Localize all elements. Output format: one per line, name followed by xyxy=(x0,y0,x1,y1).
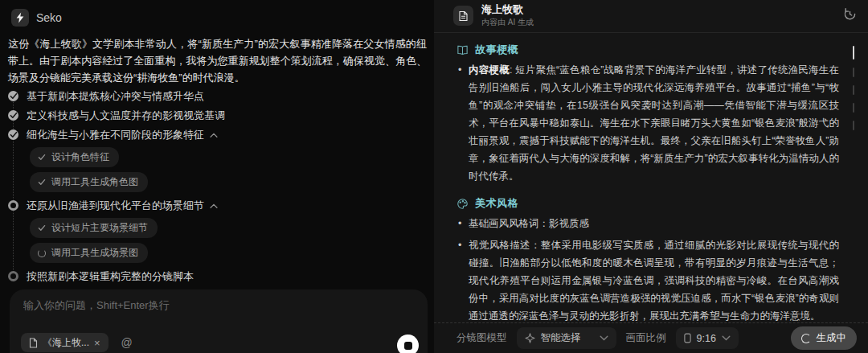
lightning-icon xyxy=(11,9,29,27)
app-window: Seko 这份《海上牧歌》文学剧本非常动人，将“新质生产力”的宏大叙事精准降落在… xyxy=(0,0,868,353)
message-input[interactable] xyxy=(23,298,414,329)
document-body: 故事梗概 内容梗概: 短片聚焦“蓝色粮仓”战略背景下的海洋产业转型，讲述了传统渔… xyxy=(457,43,839,353)
close-icon[interactable]: × xyxy=(94,337,100,349)
subtask-pill: 调用工具生成角色图 xyxy=(30,172,148,192)
document-icon xyxy=(453,6,473,26)
scroll-dash xyxy=(853,103,855,113)
check-circle-icon xyxy=(8,110,18,121)
attachment-row: 《海上牧... × @ xyxy=(21,333,133,352)
spinner-icon xyxy=(801,334,811,343)
ratio-value: 9:16 xyxy=(697,333,716,344)
mention-button[interactable]: @ xyxy=(121,336,133,349)
check-circle-icon xyxy=(8,129,18,140)
subtask-list: 设计角色特征 调用工具生成角色图 xyxy=(30,147,422,192)
task-item: 细化海生与小雅在不同阶段的形象特征 设计角色特征 调用工具生成角色图 xyxy=(8,125,422,192)
palette-icon xyxy=(457,198,469,210)
section-title: 美术风格 xyxy=(475,196,518,211)
chevron-down-icon xyxy=(722,335,731,341)
check-icon xyxy=(38,154,46,161)
brand: Seko xyxy=(11,9,62,27)
chat-input-box[interactable]: 《海上牧... × @ xyxy=(10,289,428,353)
bullet-item: 视觉风格描述：整体采用电影级写实质感，通过细腻的光影对比展现传统与现代的碰撞。旧… xyxy=(457,236,839,325)
brand-name: Seko xyxy=(36,11,62,24)
scroll-dash xyxy=(853,46,855,60)
document-header: 海上牧歌 内容由 AI 生成 xyxy=(434,0,868,33)
bullet-item: 基础画风风格词：影视质感 xyxy=(457,215,839,232)
model-select[interactable]: 智能选择 xyxy=(517,327,616,349)
history-icon[interactable] xyxy=(843,7,857,21)
progress-ring-icon xyxy=(8,200,18,211)
book-icon xyxy=(457,44,469,56)
task-row[interactable]: 定义科技感与人文温度并存的影视视觉基调 xyxy=(8,106,422,125)
task-item: 按照新剧本逻辑重构完整的分镜脚本 xyxy=(8,267,422,286)
subtask-list: 设计短片主要场景细节 调用工具生成场景图 xyxy=(30,218,422,263)
generate-label: 生成中 xyxy=(817,331,847,345)
document-panel: 海上牧歌 内容由 AI 生成 故事梗概 内容梗概: 短片聚焦“蓝色粮仓”战略背景… xyxy=(434,0,868,353)
subtask-pill: 设计角色特征 xyxy=(30,147,119,167)
task-label: 基于新剧本提炼核心冲突与情感升华点 xyxy=(27,90,204,103)
ratio-label: 画面比例 xyxy=(626,331,666,345)
subtask-pill: 调用工具生成场景图 xyxy=(30,243,148,263)
document-section: 美术风格 基础画风风格词：影视质感 视觉风格描述：整体采用电影级写实质感，通过细… xyxy=(457,196,839,325)
scroll-dash xyxy=(853,68,855,77)
aspect-ratio-select[interactable]: 9:16 xyxy=(676,327,739,349)
bullet-item: 内容梗概: 短片聚焦“蓝色粮仓”战略背景下的海洋产业转型，讲述了传统渔民海生在告… xyxy=(457,61,839,185)
assistant-message: 这份《海上牧歌》文学剧本非常动人，将“新质生产力”的宏大叙事精准降落在父女情感的… xyxy=(8,35,427,86)
attachment-label: 《海上牧... xyxy=(43,336,89,350)
chevron-up-icon[interactable] xyxy=(210,199,218,212)
scroll-indicator[interactable] xyxy=(853,46,855,130)
scroll-dash xyxy=(853,121,855,130)
model-label: 分镜图模型 xyxy=(457,331,507,345)
task-item: 还原从旧渔港到现代化平台的场景细节 设计短片主要场景细节 调用工具生成场景图 xyxy=(8,196,422,263)
task-label: 细化海生与小雅在不同阶段的形象特征 xyxy=(27,129,218,142)
section-title: 故事梗概 xyxy=(475,43,518,57)
task-item: 基于新剧本提炼核心冲突与情感升华点 xyxy=(8,87,422,106)
check-circle-icon xyxy=(8,91,18,101)
model-value: 智能选择 xyxy=(541,331,581,345)
ai-generated-note: 内容由 AI 生成 xyxy=(481,17,534,28)
task-label: 定义科技感与人文温度并存的影视视觉基调 xyxy=(27,109,225,122)
check-icon xyxy=(38,179,46,186)
scroll-dash xyxy=(853,85,855,95)
section-bullets: 基础画风风格词：影视质感 视觉风格描述：整体采用电影级写实质感，通过细腻的光影对… xyxy=(457,215,839,325)
task-row[interactable]: 还原从旧渔港到现代化平台的场景细节 xyxy=(8,196,422,215)
chevron-down-icon xyxy=(600,335,608,341)
document-title: 海上牧歌 xyxy=(481,2,523,17)
sparkle-icon xyxy=(525,333,535,343)
file-icon xyxy=(29,338,38,348)
task-row[interactable]: 细化海生与小雅在不同阶段的形象特征 xyxy=(8,125,422,145)
chat-panel: Seko 这份《海上牧歌》文学剧本非常动人，将“新质生产力”的宏大叙事精准降落在… xyxy=(0,0,434,353)
document-section: 故事梗概 内容梗概: 短片聚焦“蓝色粮仓”战略背景下的海洋产业转型，讲述了传统渔… xyxy=(457,43,839,185)
subtask-pill: 设计短片主要场景细节 xyxy=(30,218,158,238)
attachment-chip[interactable]: 《海上牧... × xyxy=(21,333,108,352)
task-item: 定义科技感与人文温度并存的影视视觉基调 xyxy=(8,106,422,125)
task-row[interactable]: 基于新剧本提炼核心冲突与情感升华点 xyxy=(8,87,422,106)
task-label: 按照新剧本逻辑重构完整的分镜脚本 xyxy=(27,270,194,283)
section-heading: 美术风格 xyxy=(457,196,839,211)
stop-button[interactable] xyxy=(397,335,419,353)
portrait-ratio-icon xyxy=(684,333,691,343)
check-icon xyxy=(38,224,46,232)
section-bullets: 内容梗概: 短片聚焦“蓝色粮仓”战略背景下的海洋产业转型，讲述了传统渔民海生在告… xyxy=(457,61,839,185)
generate-button[interactable]: 生成中 xyxy=(791,326,858,350)
task-label: 还原从旧渔港到现代化平台的场景细节 xyxy=(27,199,218,212)
chevron-up-icon[interactable] xyxy=(210,129,218,142)
stop-icon xyxy=(404,342,412,350)
pending-ring-icon xyxy=(8,271,18,281)
task-row[interactable]: 按照新剧本逻辑重构完整的分镜脚本 xyxy=(8,267,422,286)
spinner-icon xyxy=(38,249,46,257)
generation-toolbar: 分镜图模型 智能选择 画面比例 9:16 xyxy=(434,322,868,353)
section-heading: 故事梗概 xyxy=(457,43,839,57)
task-list: 基于新剧本提炼核心冲突与情感升华点 定义科技感与人文温度并存的影视视觉基调 细化… xyxy=(8,87,422,286)
